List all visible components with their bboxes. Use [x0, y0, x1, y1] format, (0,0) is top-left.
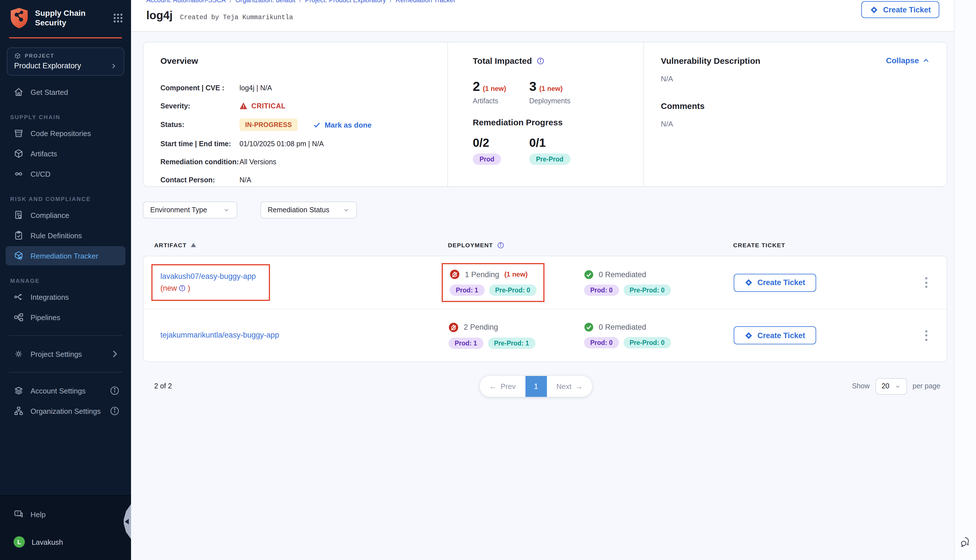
left-arrow-icon: ← — [489, 382, 497, 390]
column-label: CREATE TICKET — [733, 242, 785, 248]
sidebar-item-project-settings[interactable]: Project Settings — [6, 344, 125, 363]
breadcrumb-separator: / — [299, 0, 301, 3]
sidebar-item-help[interactable]: ? Help — [6, 505, 125, 524]
app-root: Supply Chain Security PROJECT Product Ex… — [0, 0, 976, 560]
pending-new: (1 new) — [504, 270, 528, 278]
check-circle-icon — [584, 322, 594, 332]
overview-card: Overview Component | CVE : log4j | N/A S… — [143, 42, 947, 187]
code-repo-icon: </> — [13, 128, 24, 138]
preprod-count-badge: Pre-Prod: 0 — [623, 337, 671, 348]
vulnerability-description-value: N/A — [661, 75, 930, 83]
details-column: Vulnerability Description N/A Comments N… — [643, 42, 947, 186]
mark-as-done-link[interactable]: Mark as done — [313, 120, 371, 129]
support-chat-bubbles-icon[interactable] — [959, 535, 973, 549]
sidebar-item-remediation-tracker[interactable]: Remediation Tracker — [6, 246, 125, 265]
sidebar-item-cicd[interactable]: CI/CD — [6, 164, 125, 183]
page-content: Overview Component | CVE : log4j | N/A S… — [131, 32, 954, 560]
module-grid-icon[interactable] — [113, 13, 123, 23]
column-label: ARTIFACT — [154, 242, 187, 248]
sidebar-item-pipelines[interactable]: Pipelines — [6, 308, 125, 327]
page-number-active[interactable]: 1 — [525, 376, 547, 397]
page-size-value: 20 — [881, 382, 889, 390]
help-chat-icon: ? — [13, 509, 24, 519]
table-filters: Environment Type Remediation Status — [143, 202, 947, 218]
total-impacted-title: Total Impacted — [473, 56, 532, 65]
org-hierarchy-icon — [13, 406, 24, 416]
app-title: Supply Chain Security — [35, 9, 107, 27]
app-logo-row: Supply Chain Security — [0, 0, 131, 36]
sidebar-item-account-settings[interactable]: Account Settings — [6, 381, 125, 400]
sidebar-item-integrations[interactable]: Integrations — [6, 287, 125, 307]
info-circle-icon[interactable] — [179, 285, 186, 292]
breadcrumb-page[interactable]: Remediation Tracker — [395, 0, 455, 3]
breadcrumb-project[interactable]: Project: Product Exploratory — [305, 0, 386, 3]
sidebar-item-label: Integrations — [30, 293, 69, 301]
sidebar-item-get-started[interactable]: Get Started — [6, 82, 125, 102]
breadcrumb-account[interactable]: Account: Automation-SSCA — [146, 0, 226, 3]
sidebar-item-compliance[interactable]: Compliance — [6, 205, 125, 225]
sidebar-item-rule-definitions[interactable]: Rule Definitions — [6, 226, 125, 245]
sidebar-item-label: Project Settings — [30, 350, 82, 358]
page-size-select[interactable]: 20 — [875, 378, 907, 394]
page-header: Account: Automation-SSCA/Organization: d… — [131, 0, 954, 32]
project-selector[interactable]: PROJECT Product Exploratory — [7, 47, 124, 76]
collapse-arrow-icon — [125, 519, 128, 525]
chevron-up-icon — [923, 57, 930, 64]
button-label: Create Ticket — [757, 331, 805, 340]
right-arrow-icon: → — [576, 382, 583, 390]
create-ticket-button-row[interactable]: Create Ticket — [734, 326, 816, 344]
row-menu-kebab-icon[interactable] — [925, 330, 947, 341]
preprod-count-badge: Pre-Prod: 1 — [488, 337, 535, 348]
button-label: Prev — [501, 382, 516, 390]
create-ticket-button-header[interactable]: Create Ticket — [862, 1, 939, 18]
package-tag-icon — [13, 251, 24, 261]
next-page-button[interactable]: Next → — [547, 376, 592, 397]
project-label: PROJECT — [25, 53, 55, 59]
new-flag: ) — [188, 283, 190, 294]
sidebar-item-label: Organization Settings — [30, 407, 101, 415]
artifact-link[interactable]: lavakush07/easy-buggy-app — [160, 271, 261, 283]
preprod-badge: Pre-Prod — [529, 153, 570, 165]
info-circle-icon[interactable] — [537, 57, 544, 65]
sidebar-section-risk: RISK AND COMPLIANCE — [0, 185, 131, 204]
collapse-link[interactable]: Collapse — [886, 56, 930, 65]
prod-badge: Prod — [473, 153, 501, 165]
remediation-status-filter[interactable]: Remediation Status — [260, 202, 357, 218]
brand-divider — [9, 37, 122, 38]
share-nodes-icon — [13, 292, 24, 302]
row-menu-kebab-icon[interactable] — [925, 277, 947, 288]
preprod-count-badge: Pre-Prod: 0 — [623, 284, 671, 295]
jira-diamond-icon — [744, 278, 753, 287]
check-circle-icon — [584, 270, 594, 279]
overview-row-severity: Severity: CRITICAL — [160, 100, 447, 111]
info-circle-icon[interactable] — [497, 241, 504, 249]
severity-value: CRITICAL — [251, 102, 285, 110]
sidebar-item-artifacts[interactable]: Artifacts — [6, 144, 125, 163]
overview-title: Overview — [160, 56, 447, 65]
chevron-down-icon — [223, 207, 230, 213]
artifact-link[interactable]: tejakummarikuntla/easy-buggy-app — [155, 329, 449, 341]
svg-text:?: ? — [17, 512, 18, 515]
sidebar-item-code-repositories[interactable]: </> Code Repositories — [6, 123, 125, 143]
sidebar-item-label: Compliance — [30, 211, 69, 219]
svg-text:</>: </> — [17, 133, 21, 136]
sidebar-section-supply-chain: SUPPLY CHAIN — [0, 103, 131, 122]
sidebar-item-label: Pipelines — [30, 313, 60, 322]
prod-count-badge: Prod: 1 — [450, 285, 484, 296]
sidebar-item-label: Get Started — [30, 88, 68, 96]
breadcrumb-org[interactable]: Organization: default — [235, 0, 295, 3]
sidebar-item-label: Code Repositories — [30, 129, 91, 137]
chevron-down-icon — [343, 207, 350, 213]
column-header-artifact[interactable]: ARTIFACT — [154, 242, 448, 248]
deployment-cell: 2 Pending Prod: 1 Pre-Prod: 1 — [449, 322, 584, 348]
sidebar-item-organization-settings[interactable]: Organization Settings — [6, 402, 125, 420]
sidebar-item-user[interactable]: L Lavakush — [6, 532, 125, 552]
environment-type-filter[interactable]: Environment Type — [143, 202, 237, 218]
prev-page-button[interactable]: ← Prev — [480, 376, 525, 397]
column-header-deployment: DEPLOYMENT — [448, 241, 584, 249]
page-title: log4j — [146, 9, 173, 22]
create-ticket-button-row[interactable]: Create Ticket — [734, 273, 816, 292]
gear-icon — [13, 349, 24, 359]
button-label: Create Ticket — [757, 278, 805, 287]
remediated-cell: 0 Remediated Prod: 0 Pre-Prod: 0 — [584, 270, 734, 295]
